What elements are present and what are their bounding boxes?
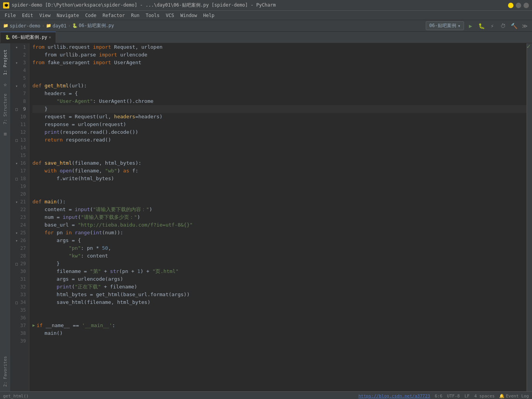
gutter-19: 19	[18, 182, 26, 190]
window-controls: — □ ×	[508, 3, 529, 8]
editor-area: ▾1 2 ▾3 4 5 ▾6 7 8 □9 10 11 12 □13 14 15…	[11, 43, 532, 391]
fold-25[interactable]: ▾	[15, 231, 18, 235]
gutter-4: 4	[18, 66, 26, 74]
sidebar-tab-structure[interactable]: 7: Structure	[1, 90, 9, 127]
status-function: get_html()	[3, 394, 29, 399]
code-line-39	[32, 337, 527, 345]
code-line-32: print("正在下载" + filename)	[32, 283, 527, 291]
run-button[interactable]: ▶	[466, 22, 475, 30]
menu-navigate[interactable]: Navigate	[54, 12, 82, 19]
gutter-20: 20	[18, 190, 26, 198]
breadcrumb-project-label: spider-demo	[10, 23, 40, 29]
code-editor[interactable]: from urllib.request import Request, urlo…	[29, 43, 527, 391]
code-line-16: def save_html(filename, html_bytes):	[32, 159, 527, 167]
code-line-14	[32, 144, 527, 152]
line-number-gutter: ▾1 2 ▾3 4 5 ▾6 7 8 □9 10 11 12 □13 14 15…	[11, 43, 29, 391]
status-url: https://blog.csdn.net/a37723	[359, 394, 430, 399]
gutter-15: 15	[18, 152, 26, 159]
tab-close-button[interactable]: ×	[49, 35, 51, 39]
gutter-22: 22	[18, 206, 26, 213]
sidebar-icon-menu[interactable]: ≡	[2, 129, 8, 138]
minimize-button[interactable]: —	[508, 3, 513, 8]
event-log[interactable]: 🔔Event Log	[499, 394, 529, 399]
menu-tools[interactable]: Tools	[143, 12, 163, 19]
code-line-11: response = urlopen(request)	[32, 121, 527, 128]
code-line-25: for pn in range(int(num)):	[32, 229, 527, 237]
sidebar-tab-favorites[interactable]: 2: Favorites	[1, 355, 9, 388]
menu-refactor[interactable]: Refactor	[99, 12, 128, 19]
gutter-26: ▾26	[15, 237, 26, 244]
code-line-35	[32, 306, 527, 314]
code-line-2: from urllib.parse import urlencode	[32, 51, 527, 59]
app-icon: 🕷	[3, 2, 9, 9]
fold-13[interactable]: □	[15, 138, 18, 142]
fold-16[interactable]: ▾	[15, 161, 18, 165]
main-layout: 1: Project ☆ 7: Structure ≡ 2: Favorites…	[0, 43, 532, 391]
code-line-36	[32, 314, 527, 322]
gutter-29: □29	[15, 260, 26, 268]
status-right: https://blog.csdn.net/a37723 6:6 UTF-8 L…	[359, 394, 529, 399]
menu-view[interactable]: View	[36, 12, 54, 19]
gutter-27: 27	[18, 244, 26, 252]
run-config-selector[interactable]: 06-贴吧案例 ▾	[426, 21, 464, 30]
gutter-35: 35	[18, 306, 26, 314]
gutter-38: 38	[18, 329, 26, 337]
code-line-1: from urllib.request import Request, urlo…	[32, 43, 527, 51]
gutter-23: 23	[18, 213, 26, 221]
sidebar-tab-project[interactable]: 1: Project	[1, 46, 9, 78]
sidebar-icon-bookmarks[interactable]: ☆	[2, 80, 8, 89]
status-bar: get_html() https://blog.csdn.net/a37723 …	[0, 391, 532, 399]
code-line-7: headers = {	[32, 90, 527, 97]
fold-34[interactable]: □	[15, 300, 18, 305]
breadcrumb-file[interactable]: 🐍 06-贴吧案例.py	[72, 22, 114, 29]
run-config-label: 06-贴吧案例	[429, 22, 456, 29]
breadcrumb-project[interactable]: 📁 spider-demo	[3, 23, 40, 29]
file-tab-main[interactable]: 🐍 06-贴吧案例.py ×	[0, 32, 56, 43]
debug-button[interactable]: 🐛	[477, 22, 486, 30]
breadcrumb-day01[interactable]: 📁 day01	[46, 23, 66, 29]
fold-26[interactable]: ▾	[15, 239, 18, 243]
menu-file[interactable]: File	[2, 12, 19, 19]
fold-6[interactable]: ▾	[15, 84, 18, 88]
status-utf8: UTF-8	[447, 394, 460, 399]
gutter-39: 39	[18, 337, 26, 345]
code-line-18: f.write(html_bytes)	[32, 175, 527, 182]
fold-29[interactable]: □	[15, 262, 18, 266]
maximize-button[interactable]: □	[516, 3, 521, 8]
nav-bar: 📁 spider-demo › 📁 day01 › 🐍 06-贴吧案例.py 0…	[0, 20, 532, 32]
fold-1[interactable]: ▾	[15, 45, 18, 49]
coverage-button[interactable]: ⚡	[488, 22, 496, 30]
menu-help[interactable]: Help	[200, 12, 218, 19]
breadcrumb-sep-1: ›	[42, 23, 44, 28]
gutter-21: ▾21	[15, 198, 26, 206]
file-tabs: 🐍 06-贴吧案例.py ×	[0, 32, 532, 43]
profile-button[interactable]: ⏱	[499, 22, 507, 30]
tab-file-icon: 🐍	[5, 35, 10, 40]
menu-vcs[interactable]: VCS	[163, 12, 177, 19]
code-line-5	[32, 74, 527, 82]
run-config-arrow: ▾	[458, 23, 461, 29]
fold-9[interactable]: □	[15, 107, 18, 111]
code-line-21: def main():	[32, 198, 527, 206]
gutter-33: 33	[18, 291, 26, 298]
build-button[interactable]: 🔨	[510, 22, 518, 30]
breadcrumb-sep-2: ›	[68, 23, 71, 28]
menu-edit[interactable]: Edit	[19, 12, 36, 19]
gutter-14: 14	[18, 144, 26, 152]
close-button[interactable]: ×	[524, 3, 529, 8]
code-line-10: request = Request(url, headers=headers)	[32, 113, 527, 121]
code-line-12: print(response.read().decode())	[32, 128, 527, 136]
project-icon: 📁	[3, 23, 8, 28]
fold-18[interactable]: □	[15, 177, 18, 181]
menu-window[interactable]: Window	[177, 12, 200, 19]
menu-run[interactable]: Run	[128, 12, 143, 19]
code-line-34: save_html(filename, html_bytes)	[32, 298, 527, 306]
fold-21[interactable]: ▾	[15, 200, 18, 204]
menu-code[interactable]: Code	[82, 12, 100, 19]
gutter-12: 12	[18, 128, 26, 136]
fold-3[interactable]: ▾	[15, 61, 18, 65]
code-line-33: html_bytes = get_html(base_url.format(ar…	[32, 291, 527, 298]
code-line-23: num = input("请输入要下载多少页：")	[32, 213, 527, 221]
more-button[interactable]: ≫	[520, 22, 529, 30]
minimap-panel: ✓	[527, 43, 532, 391]
